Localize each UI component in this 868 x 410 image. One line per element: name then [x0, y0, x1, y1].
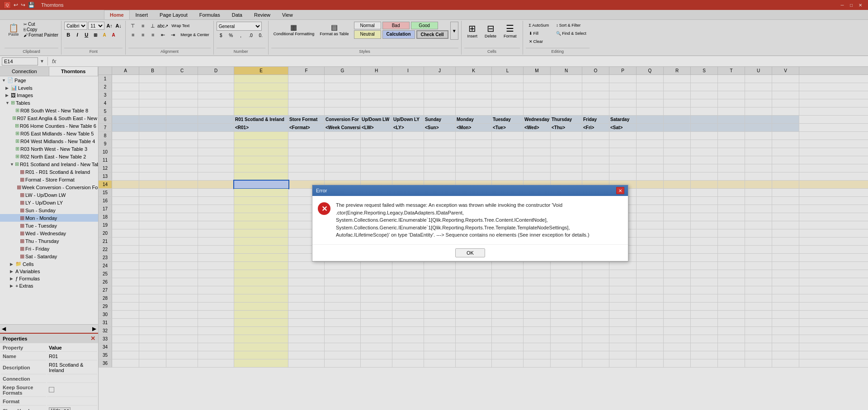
- dialog-footer: OK: [312, 244, 628, 261]
- dialog-overlay: Error ✕ ✕ The preview request failed wit…: [0, 0, 868, 410]
- dialog-title: Error: [316, 188, 327, 193]
- error-dialog: Error ✕ ✕ The preview request failed wit…: [312, 185, 628, 261]
- dialog-titlebar: Error ✕: [312, 185, 628, 196]
- dialog-body: ✕ The preview request failed with messag…: [312, 196, 628, 244]
- dialog-ok-button[interactable]: OK: [455, 248, 485, 257]
- error-icon: ✕: [318, 202, 330, 215]
- dialog-message: The preview request failed with message:…: [336, 201, 623, 239]
- dialog-close-button[interactable]: ✕: [616, 187, 624, 194]
